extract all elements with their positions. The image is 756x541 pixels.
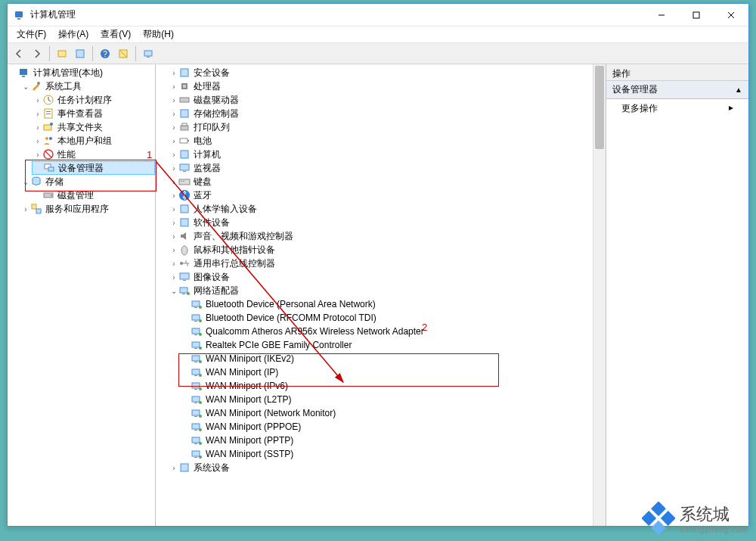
chevron-right-icon[interactable]: › xyxy=(169,273,178,281)
chevron-right-icon[interactable]: › xyxy=(169,96,178,104)
tree-performance[interactable]: ›性能 xyxy=(32,148,155,161)
svg-rect-76 xyxy=(192,383,200,388)
svg-rect-7 xyxy=(76,50,84,58)
chevron-right-icon[interactable]: › xyxy=(169,232,178,241)
menu-file[interactable]: 文件(F) xyxy=(11,26,52,42)
scrollbar-thumb[interactable] xyxy=(595,66,604,149)
network-adapter-item[interactable]: WAN Miniport (PPPOE) xyxy=(180,420,606,434)
device-category[interactable]: ›安全设备 xyxy=(168,66,606,79)
chevron-right-icon[interactable]: › xyxy=(169,246,178,254)
network-adapter-icon xyxy=(191,312,203,324)
chevron-right-icon[interactable]: › xyxy=(169,123,178,132)
svg-point-72 xyxy=(199,360,202,363)
device-category[interactable]: ›系统设备 xyxy=(168,461,606,474)
chevron-right-icon[interactable]: › xyxy=(169,69,178,77)
device-category[interactable]: ›图像设备 xyxy=(168,270,606,284)
left-tree-pane[interactable]: 计算机管理(本地) ⌄ 系统工具 ›任务计划程序 ›事件查看器 xyxy=(8,64,156,526)
minimize-button[interactable] xyxy=(644,4,679,26)
network-adapter-item[interactable]: WAN Miniport (Network Monitor) xyxy=(180,406,606,420)
device-category[interactable]: ›存储控制器 xyxy=(168,107,606,120)
tree-storage[interactable]: ⌄ 存储 xyxy=(20,175,155,188)
network-adapter-icon xyxy=(191,393,203,406)
device-category[interactable]: ›监视器 xyxy=(168,161,606,175)
chevron-right-icon[interactable]: › xyxy=(169,164,178,173)
tool-up[interactable] xyxy=(54,45,70,62)
tool-monitor[interactable] xyxy=(140,45,156,62)
chevron-right-icon[interactable]: › xyxy=(33,137,42,145)
network-adapter-item[interactable]: Bluetooth Device (RFCOMM Protocol TDI) xyxy=(180,311,606,325)
chevron-right-icon[interactable]: › xyxy=(169,219,178,227)
chevron-right-icon[interactable]: › xyxy=(33,151,42,159)
chevron-right-icon[interactable]: › xyxy=(169,82,178,91)
device-category[interactable]: ›电池 xyxy=(168,134,606,148)
network-adapter-item[interactable]: WAN Miniport (IP) xyxy=(180,365,606,379)
tool-back[interactable] xyxy=(11,45,27,62)
share-icon xyxy=(42,121,54,133)
tree-task-scheduler[interactable]: ›任务计划程序 xyxy=(32,93,155,107)
menu-view[interactable]: 查看(V) xyxy=(94,26,137,42)
chevron-right-icon[interactable]: › xyxy=(169,137,178,145)
tree-root[interactable]: 计算机管理(本地) xyxy=(8,66,155,79)
svg-point-57 xyxy=(187,292,190,295)
device-network-adapters[interactable]: ⌄网络适配器 xyxy=(168,284,606,297)
device-tree-pane[interactable]: ›安全设备›处理器›磁盘驱动器›存储控制器›打印队列›电池›计算机›监视器›键盘… xyxy=(156,64,606,526)
tool-refresh[interactable] xyxy=(115,45,132,62)
device-category[interactable]: ›蓝牙 xyxy=(168,188,606,202)
chevron-down-icon[interactable]: ⌄ xyxy=(21,178,30,186)
chevron-right-icon[interactable]: › xyxy=(33,110,42,118)
chevron-right-icon[interactable]: › xyxy=(169,151,178,159)
device-category[interactable]: ›键盘 xyxy=(168,175,606,188)
network-adapter-item[interactable]: WAN Miniport (IKEv2) xyxy=(180,352,606,365)
chevron-down-icon[interactable]: ⌄ xyxy=(21,82,30,91)
tree-device-manager[interactable]: 设备管理器 xyxy=(32,161,155,175)
actions-section[interactable]: 设备管理器 ▲ xyxy=(606,81,748,99)
svg-text:?: ? xyxy=(103,50,107,58)
tree-local-users[interactable]: ›本地用户和组 xyxy=(32,134,155,148)
svg-rect-86 xyxy=(194,430,197,431)
app-icon xyxy=(14,9,26,21)
network-adapter-item[interactable]: WAN Miniport (SSTP) xyxy=(180,447,606,461)
network-adapter-item[interactable]: WAN Miniport (PPTP) xyxy=(180,434,606,447)
chevron-right-icon[interactable]: › xyxy=(169,260,178,268)
close-button[interactable] xyxy=(714,4,748,26)
chevron-down-icon[interactable]: ⌄ xyxy=(169,287,178,295)
menu-help[interactable]: 帮助(H) xyxy=(137,26,180,42)
vertical-scrollbar[interactable] xyxy=(593,64,606,526)
tool-help[interactable]: ? xyxy=(97,45,113,62)
tool-properties[interactable] xyxy=(72,45,88,62)
tree-services-apps[interactable]: › 服务和应用程序 xyxy=(20,202,155,216)
device-category[interactable]: ›打印队列 xyxy=(168,120,606,134)
device-category[interactable]: ›鼠标和其他指针设备 xyxy=(168,243,606,257)
chevron-right-icon[interactable]: › xyxy=(33,96,42,104)
device-category[interactable]: ›磁盘驱动器 xyxy=(168,93,606,107)
svg-point-90 xyxy=(199,442,202,445)
network-adapter-item[interactable]: Qualcomm Atheros AR956x Wireless Network… xyxy=(180,325,606,338)
device-category[interactable]: ›计算机 xyxy=(168,148,606,161)
device-category[interactable]: ›处理器 xyxy=(168,79,606,93)
menu-action[interactable]: 操作(A) xyxy=(52,26,94,42)
tree-disk-mgmt[interactable]: 磁盘管理 xyxy=(32,188,155,202)
network-adapter-item[interactable]: Realtek PCIe GBE Family Controller xyxy=(180,338,606,352)
tree-shared-folders[interactable]: ›共享文件夹 xyxy=(32,120,155,134)
chevron-right-icon[interactable]: › xyxy=(33,123,42,132)
maximize-button[interactable] xyxy=(679,4,714,26)
chevron-right-icon[interactable]: › xyxy=(169,205,178,213)
device-category[interactable]: ›通用串行总线控制器 xyxy=(168,257,606,270)
tree-system-tools[interactable]: ⌄ 系统工具 xyxy=(20,79,155,93)
device-category[interactable]: ›声音、视频和游戏控制器 xyxy=(168,229,606,243)
chevron-right-icon[interactable]: › xyxy=(169,110,178,118)
tool-forward[interactable] xyxy=(29,45,45,62)
more-actions[interactable]: 更多操作 ▸ xyxy=(606,99,748,118)
device-category[interactable]: ›软件设备 xyxy=(168,216,606,229)
chevron-right-icon[interactable]: › xyxy=(169,464,178,472)
network-adapter-item[interactable]: WAN Miniport (L2TP) xyxy=(180,393,606,406)
network-adapter-item[interactable]: WAN Miniport (IPv6) xyxy=(180,379,606,393)
tree-event-viewer[interactable]: ›事件查看器 xyxy=(32,107,155,120)
chevron-right-icon[interactable]: › xyxy=(169,191,178,200)
chevron-right-icon[interactable]: › xyxy=(169,178,178,186)
collapse-icon[interactable]: ▲ xyxy=(735,86,742,94)
svg-point-15 xyxy=(37,82,40,85)
network-adapter-item[interactable]: Bluetooth Device (Personal Area Network) xyxy=(180,297,606,311)
device-category[interactable]: ›人体学输入设备 xyxy=(168,202,606,216)
chevron-right-icon[interactable]: › xyxy=(21,205,30,213)
